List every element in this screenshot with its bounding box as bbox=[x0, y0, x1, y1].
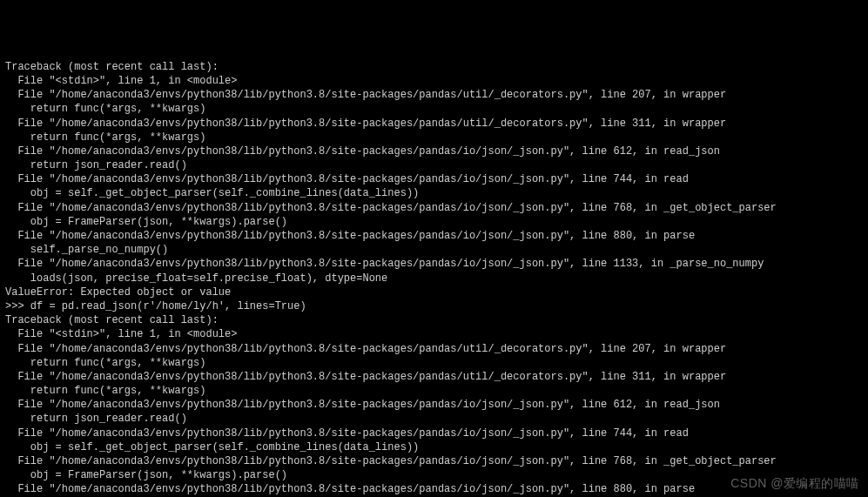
traceback1-frame-2-code: return func(*args, **kwargs) bbox=[5, 131, 863, 144]
traceback2-frame-4-code: obj = self._get_object_parser(self._comb… bbox=[5, 440, 863, 454]
traceback1-frame-7-loc: File "/home/anaconda3/envs/python38/lib/… bbox=[5, 257, 863, 271]
traceback1-frame-6-loc: File "/home/anaconda3/envs/python38/lib/… bbox=[5, 229, 863, 243]
traceback1-frame-4-code: obj = self._get_object_parser(self._comb… bbox=[5, 186, 863, 200]
traceback1-frame-3-code: return json_reader.read() bbox=[5, 158, 863, 172]
terminal-output[interactable]: Traceback (most recent call last): File … bbox=[5, 60, 863, 497]
traceback2-frame-3-code: return json_reader.read() bbox=[5, 412, 863, 426]
traceback1-frame-1-code: return func(*args, **kwargs) bbox=[5, 102, 863, 116]
traceback2-frame-4-loc: File "/home/anaconda3/envs/python38/lib/… bbox=[5, 426, 863, 440]
traceback1-frame-0-loc: File "<stdin>", line 1, in <module> bbox=[5, 74, 863, 88]
traceback2-frame-2-loc: File "/home/anaconda3/envs/python38/lib/… bbox=[5, 370, 863, 384]
traceback2-frame-5-loc: File "/home/anaconda3/envs/python38/lib/… bbox=[5, 454, 863, 468]
traceback1-frame-3-loc: File "/home/anaconda3/envs/python38/lib/… bbox=[5, 144, 863, 158]
traceback1-header: Traceback (most recent call last): bbox=[5, 60, 863, 74]
traceback1-frame-6-code: self._parse_no_numpy() bbox=[5, 243, 863, 257]
traceback2-frame-1-code: return func(*args, **kwargs) bbox=[5, 356, 863, 370]
traceback1-frame-7-code: loads(json, precise_float=self.precise_f… bbox=[5, 272, 863, 285]
traceback2-frame-0-loc: File "<stdin>", line 1, in <module> bbox=[5, 327, 863, 341]
traceback1-error: ValueError: Expected object or value bbox=[5, 285, 863, 299]
traceback1-frame-1-loc: File "/home/anaconda3/envs/python38/lib/… bbox=[5, 88, 863, 102]
traceback1-frame-2-loc: File "/home/anaconda3/envs/python38/lib/… bbox=[5, 117, 863, 131]
traceback2-frame-2-code: return func(*args, **kwargs) bbox=[5, 384, 863, 398]
traceback2-frame-3-loc: File "/home/anaconda3/envs/python38/lib/… bbox=[5, 398, 863, 412]
traceback2-header: Traceback (most recent call last): bbox=[5, 313, 863, 327]
traceback2-frame-1-loc: File "/home/anaconda3/envs/python38/lib/… bbox=[5, 342, 863, 356]
traceback1-frame-5-loc: File "/home/anaconda3/envs/python38/lib/… bbox=[5, 201, 863, 215]
repl-input-line: >>> df = pd.read_json(r'/home/ly/h', lin… bbox=[5, 299, 863, 313]
traceback1-frame-5-code: obj = FrameParser(json, **kwargs).parse(… bbox=[5, 215, 863, 229]
watermark-text: CSDN @爱编程的喵喵 bbox=[730, 475, 859, 492]
traceback1-frame-4-loc: File "/home/anaconda3/envs/python38/lib/… bbox=[5, 172, 863, 186]
